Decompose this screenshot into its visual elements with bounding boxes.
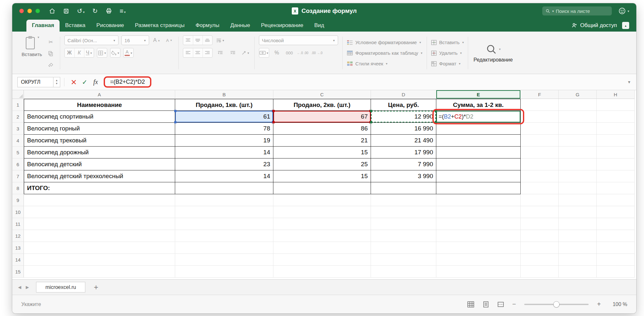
wrap-text-button[interactable]: ▾ [215,36,225,45]
empty-cell[interactable] [371,230,436,242]
empty-cell[interactable] [521,266,559,278]
empty-cell[interactable] [175,266,273,278]
empty-cell[interactable] [521,182,559,194]
empty-cell[interactable] [559,218,597,230]
cell-b1[interactable]: Продано, 1кв. (шт.) [175,99,273,111]
empty-cell[interactable] [273,254,371,266]
empty-cell[interactable] [436,254,521,266]
row-header-2[interactable]: 2 [12,111,24,123]
minimize-button[interactable] [27,9,32,13]
empty-cell[interactable] [559,135,597,147]
orientation-button[interactable]: ▾ [241,48,250,57]
align-bottom-button[interactable] [203,36,212,45]
empty-cell[interactable] [521,206,559,218]
zoom-slider[interactable] [524,304,589,305]
name-box[interactable]: ОКРУГЛ [17,77,53,87]
cell-c4[interactable]: 21 [273,135,371,147]
cell-e5[interactable] [436,147,521,158]
cell-styles-button[interactable]: Стили ячеек ▾ [347,59,422,68]
increase-indent-button[interactable] [228,48,238,57]
cell-a6[interactable]: Велосипед детский [24,158,175,170]
empty-cell[interactable] [559,147,597,158]
empty-cell[interactable] [559,206,597,218]
align-top-button[interactable] [183,36,193,45]
view-page-layout-button[interactable] [483,301,489,308]
empty-cell[interactable] [559,99,597,111]
format-painter-button[interactable] [46,61,56,70]
print-button[interactable] [106,8,112,14]
grow-font-button[interactable]: А▲ [152,36,162,45]
cell-e6[interactable] [436,158,521,170]
row-header-13[interactable]: 13 [12,242,24,254]
tab-insert[interactable]: Вставка [60,20,91,32]
cell-b7[interactable]: 14 [175,170,273,182]
empty-cell[interactable] [597,218,635,230]
cell-e8[interactable] [436,182,521,194]
select-all-corner[interactable] [12,90,24,99]
share-button[interactable]: Общий доступ [571,22,617,29]
prev-sheet-button[interactable]: ◀ [18,285,21,290]
search-input[interactable]: ▾ Поиск на листе [542,6,612,15]
empty-cell[interactable] [175,230,273,242]
feedback-smiley-button[interactable]: ▾ [618,7,629,15]
empty-cell[interactable] [559,254,597,266]
empty-cell[interactable] [24,218,175,230]
view-page-break-button[interactable] [497,301,504,308]
cell-c3[interactable]: 86 [273,123,371,135]
empty-cell[interactable] [371,254,436,266]
empty-cell[interactable] [559,170,597,182]
cell-d8[interactable] [371,182,436,194]
empty-cell[interactable] [371,206,436,218]
empty-cell[interactable] [559,242,597,254]
empty-cell[interactable] [559,111,597,123]
tab-view[interactable]: Вид [309,20,330,32]
empty-cell[interactable] [175,242,273,254]
empty-cell[interactable] [273,266,371,278]
name-box-stepper[interactable]: ▲ ▼ [53,77,60,87]
insert-cells-button[interactable]: Вставить ▾ [431,38,464,47]
row-header-5[interactable]: 5 [12,147,24,158]
align-center-button[interactable] [193,48,203,57]
undo-button[interactable]: ↺▾ [77,8,85,14]
cell-d5[interactable]: 17 990 [371,147,436,158]
underline-button[interactable]: Ч▾ [84,48,94,57]
empty-cell[interactable] [521,170,559,182]
cell-b3[interactable]: 78 [175,123,273,135]
zoom-out-button[interactable]: − [512,301,516,308]
fullscreen-button[interactable] [35,9,40,13]
empty-cell[interactable] [521,99,559,111]
column-header-a[interactable]: A [24,90,175,99]
borders-button[interactable]: ▾ [97,48,107,57]
empty-cell[interactable] [559,182,597,194]
cell-c8[interactable] [273,182,371,194]
row-header-7[interactable]: 7 [12,170,24,182]
row-header-15[interactable]: 15 [12,266,24,278]
empty-cell[interactable] [597,147,635,158]
bold-button[interactable]: Ж [65,48,74,57]
empty-cell[interactable] [24,242,175,254]
insert-function-button[interactable]: fx [90,77,101,87]
column-header-b[interactable]: B [175,90,273,99]
font-size-select[interactable]: 16 ▾ [121,35,149,45]
empty-cell[interactable] [371,266,436,278]
conditional-formatting-button[interactable]: Условное форматирование ▾ [347,38,422,47]
formula-input[interactable]: =(B2+C2)*D2 [110,79,145,85]
cell-e1[interactable]: Сумма, за 1-2 кв. [436,99,521,111]
empty-cell[interactable] [371,242,436,254]
row-header-9[interactable]: 9 [12,194,24,206]
empty-cell[interactable] [521,135,559,147]
empty-cell[interactable] [436,230,521,242]
cancel-button[interactable] [68,77,79,87]
cell-e3[interactable] [436,123,521,135]
format-as-table-button[interactable]: Форматировать как таблицу ▾ [347,49,422,58]
cell-d7[interactable]: 3 990 [371,170,436,182]
format-button[interactable]: Формат ▾ [431,59,464,68]
empty-cell[interactable] [175,206,273,218]
column-header-f[interactable]: F [521,90,559,99]
tab-draw[interactable]: Рисование [91,20,129,32]
zoom-in-button[interactable]: + [597,301,601,308]
thousands-button[interactable]: 000 [285,48,294,57]
empty-cell[interactable] [597,182,635,194]
empty-cell[interactable] [521,218,559,230]
empty-cell[interactable] [597,99,635,111]
